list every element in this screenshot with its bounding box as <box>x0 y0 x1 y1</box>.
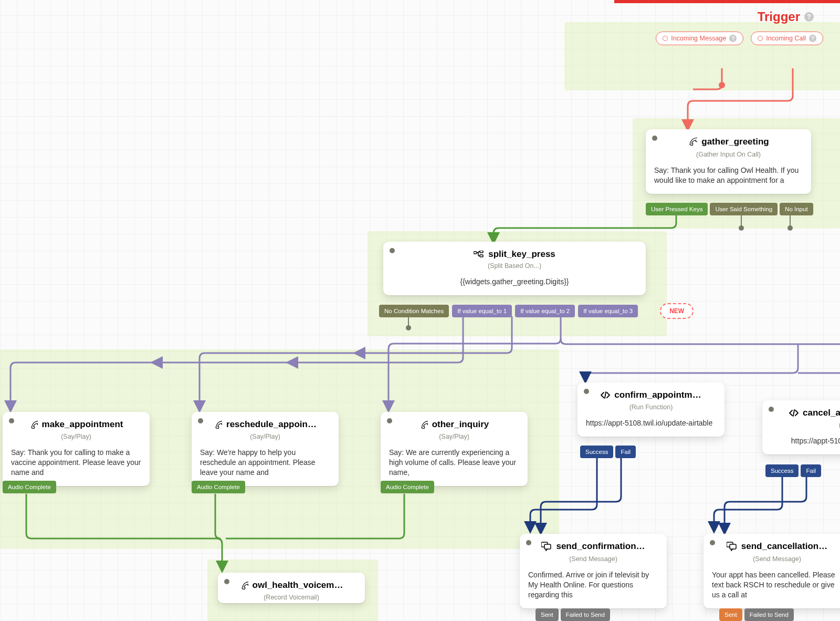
node-subtitle: (Say/Play) <box>200 433 330 440</box>
output-user-said-something[interactable]: User Said Something <box>710 203 778 215</box>
node-body: https://appt-5108.twil.io/update-airtabl… <box>578 413 724 437</box>
node-subtitle: (Run Function) <box>586 403 716 411</box>
message-icon <box>727 542 737 551</box>
output-row: Audio Complete <box>381 481 434 493</box>
help-icon[interactable]: ? <box>729 35 737 42</box>
anchor-dot[interactable] <box>387 418 392 423</box>
node-subtitle: (Record Voicemail) <box>226 594 356 601</box>
node-subtitle: (Say/Play) <box>389 433 519 440</box>
node-gather-greeting[interactable]: gather_greeting (Gather Input On Call) S… <box>646 129 811 194</box>
anchor-dot[interactable] <box>769 407 774 412</box>
anchor-dot[interactable] <box>526 540 531 545</box>
node-split-key-press[interactable]: split_key_press (Split Based On...) {{wi… <box>383 242 646 295</box>
node-confirm-appointment[interactable]: confirm_appointm… (Run Function) https:/… <box>578 382 724 437</box>
node-subtitle: (Send Message) <box>528 555 658 563</box>
output-row: Audio Complete <box>3 481 56 493</box>
message-icon <box>541 542 552 551</box>
output-row: Sent Failed to Send <box>719 608 794 621</box>
node-subtitle: (Split Based On...) <box>392 262 637 270</box>
output-no-condition[interactable]: No Condition Matches <box>379 305 449 317</box>
output-eq-2[interactable]: If value equal_to 2 <box>515 305 575 317</box>
trigger-pill-incoming-call[interactable]: Incoming Call ? <box>751 32 823 45</box>
output-sent[interactable]: Sent <box>536 608 559 621</box>
node-subtitle: (Gather Input On Call) <box>654 151 803 158</box>
node-make-appointment[interactable]: make_appointment (Say/Play) Say: Thank y… <box>3 412 150 486</box>
anchor-dot[interactable] <box>584 389 589 394</box>
split-icon <box>474 251 484 258</box>
output-audio-complete[interactable]: Audio Complete <box>3 481 56 493</box>
node-subtitle: (Send Message) <box>712 555 840 563</box>
phone-icon <box>29 420 38 429</box>
output-user-pressed-keys[interactable]: User Pressed Keys <box>646 203 708 215</box>
node-send-confirmation[interactable]: send_confirmation… (Send Message) Confir… <box>520 534 667 608</box>
help-icon[interactable]: ? <box>809 35 816 42</box>
node-body: Say: We are currently experiencing a hig… <box>381 442 528 486</box>
output-fail[interactable]: Fail <box>801 464 821 477</box>
node-body: Say: Thank you for calling to make a vac… <box>3 442 150 486</box>
trigger-pill-incoming-message[interactable]: Incoming Message ? <box>656 32 743 45</box>
node-body: Your appt has been cancelled. Please tex… <box>704 565 840 608</box>
anchor-dot[interactable] <box>390 248 395 253</box>
output-success[interactable]: Success <box>580 446 613 458</box>
output-failed-send[interactable]: Failed to Send <box>561 608 610 621</box>
anchor-dot[interactable] <box>198 418 203 423</box>
node-body: https://appt-5108.twil <box>762 431 840 454</box>
anchor-dot[interactable] <box>224 579 229 584</box>
node-owl-health-voicemail[interactable]: owl_health_voicem… (Record Voicemail) <box>218 573 365 603</box>
node-cancel-appointment[interactable]: cancel_a (Run F https://appt-5108.twil <box>762 400 840 454</box>
help-icon[interactable]: ? <box>804 12 814 22</box>
node-send-cancellation[interactable]: send_cancellation… (Send Message) Your a… <box>704 534 840 608</box>
code-icon <box>601 391 610 399</box>
anchor-dot[interactable] <box>9 418 14 423</box>
anchor-dot[interactable] <box>710 540 715 545</box>
output-no-input[interactable]: No Input <box>780 203 813 215</box>
output-row-gather: User Pressed Keys User Said Something No… <box>646 203 813 215</box>
output-success[interactable]: Success <box>765 464 799 477</box>
anchor-dot[interactable] <box>652 136 657 141</box>
output-audio-complete[interactable]: Audio Complete <box>192 481 245 493</box>
code-icon <box>789 409 799 417</box>
node-subtitle: (Run F <box>771 421 840 429</box>
node-body: {{widgets.gather_greeting.Digits}} <box>383 272 646 295</box>
ring-icon <box>758 36 763 41</box>
output-audio-complete[interactable]: Audio Complete <box>381 481 434 493</box>
node-reschedule-appointment[interactable]: reschedule_appoin… (Say/Play) Say: We're… <box>192 412 339 486</box>
new-condition-button[interactable]: NEW <box>660 303 694 319</box>
phone-icon <box>240 581 248 589</box>
trigger-panel[interactable]: Trigger ? Incoming Message ? Incoming Ca… <box>614 0 840 45</box>
node-body: Confirmed. Arrive or join if televisit b… <box>520 565 667 608</box>
phone-icon <box>214 420 222 429</box>
output-eq-1[interactable]: If value equal_to 1 <box>452 305 512 317</box>
output-row: Audio Complete <box>192 481 245 493</box>
output-row: Success Fail <box>580 446 636 458</box>
phone-icon <box>688 137 697 147</box>
output-failed-send[interactable]: Failed to Send <box>744 608 794 621</box>
node-body: Say: We're happy to help you reschedule … <box>192 442 339 486</box>
output-row: Success Fail <box>765 464 821 477</box>
node-body: Say: Thank you for calling Owl Health. I… <box>646 160 811 194</box>
output-fail[interactable]: Fail <box>615 446 636 458</box>
node-other-inquiry[interactable]: other_inquiry (Say/Play) Say: We are cur… <box>381 412 528 486</box>
output-row-split: No Condition Matches If value equal_to 1… <box>379 303 694 319</box>
output-eq-3[interactable]: If value equal_to 3 <box>578 305 638 317</box>
output-sent[interactable]: Sent <box>719 608 742 621</box>
trigger-title: Trigger ? <box>758 9 840 24</box>
phone-icon <box>419 420 428 429</box>
node-subtitle: (Say/Play) <box>11 433 141 440</box>
ring-icon <box>663 36 668 41</box>
output-row: Sent Failed to Send <box>536 608 610 621</box>
